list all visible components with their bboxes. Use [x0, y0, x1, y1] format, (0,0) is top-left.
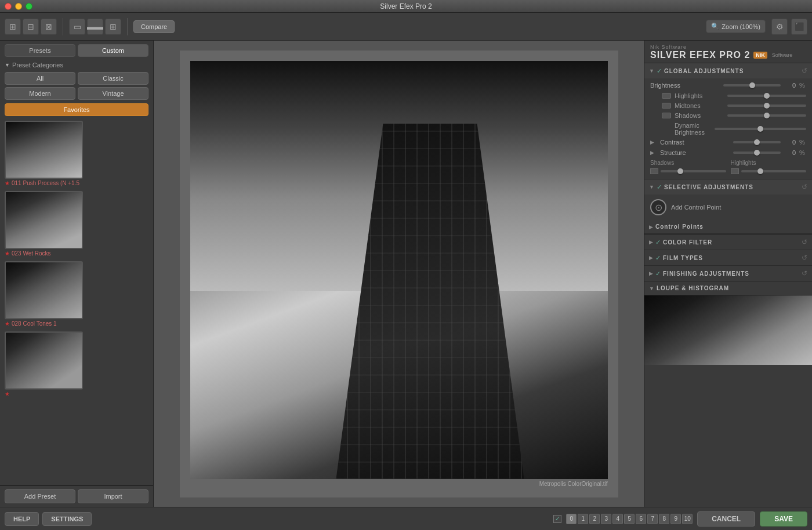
nik-header: Nik Software SILVER EFEX PRO 2 NIK Softw… [644, 41, 812, 63]
import-button[interactable]: Import [78, 489, 148, 503]
grid-icon[interactable]: ⊞ [5, 19, 21, 35]
structure-value: 0 [784, 149, 796, 156]
all-category-btn[interactable]: All [5, 72, 75, 85]
toolbar: ⊞ ⊟ ⊠ ▭ ▬▬ ⊞ Compare 🔍 Zoom (100%) ⚙ ⬛ [0, 13, 812, 41]
layout-icon[interactable]: ⊠ [41, 19, 57, 35]
reset-icon[interactable]: ↺ [802, 269, 807, 277]
selective-adjustments-header[interactable]: ▼ ✓ SELECTIVE ADJUSTMENTS ↺ [644, 179, 812, 194]
midtones-slider[interactable] [727, 104, 806, 107]
reset-icon[interactable]: ↺ [802, 238, 807, 246]
add-control-point-button[interactable]: ⊙ Add Control Point [644, 194, 812, 220]
enable-checkbox[interactable]: ✓ [553, 515, 561, 523]
structure-expand-arrow[interactable]: ▶ [650, 150, 654, 156]
num-tab-2[interactable]: 2 [589, 514, 600, 524]
structure-unit: % [799, 149, 806, 156]
shadows-highlights-structure: Shadows Highlights [650, 160, 806, 174]
modern-category-btn[interactable]: Modern [5, 87, 75, 100]
nik-badge-extra: Software [772, 52, 793, 58]
expand-arrow: ▶ [649, 224, 653, 230]
num-tab-8[interactable]: 8 [659, 514, 669, 524]
shadows-slider[interactable] [727, 114, 806, 117]
minimize-button[interactable] [15, 3, 22, 10]
reset-icon[interactable]: ↺ [802, 183, 807, 191]
check-icon: ✓ [655, 239, 661, 246]
maximize-button[interactable] [26, 3, 32, 10]
global-adjustments-header[interactable]: ▼ ✓ GLOBAL ADJUSTMENTS ↺ [644, 63, 812, 78]
num-tab-3[interactable]: 3 [601, 514, 611, 524]
single-icon[interactable]: ▭ [69, 19, 85, 35]
compare-button[interactable]: Compare [133, 20, 175, 33]
num-tab-4[interactable]: 4 [612, 514, 623, 524]
settings-icon[interactable]: ⚙ [771, 19, 788, 35]
preset-categories-header[interactable]: ▼ Preset Categories [5, 62, 148, 68]
dual-icon[interactable]: ▬▬ [87, 19, 103, 35]
midtones-row: Midtones [662, 102, 806, 109]
contrast-slider[interactable] [733, 141, 781, 143]
highlights-slider[interactable] [727, 95, 806, 97]
expand-arrow: ▶ [649, 239, 653, 245]
reset-icon[interactable]: ↺ [802, 254, 807, 262]
quad-icon[interactable]: ⊞ [105, 19, 121, 35]
close-button[interactable] [5, 3, 12, 10]
search-icon: 🔍 [711, 23, 719, 30]
contrast-expand-arrow[interactable]: ▶ [650, 139, 654, 145]
preset-label: ★ 011 Push Process (N +1.5 [5, 180, 148, 186]
save-button[interactable]: SAVE [760, 511, 807, 527]
highlights-struct-slider[interactable] [741, 170, 807, 172]
custom-tab[interactable]: Custom [78, 44, 148, 57]
finishing-adjustments-section[interactable]: ▶ ✓ FINISHING ADJUSTMENTS ↺ [644, 266, 812, 282]
settings-button[interactable]: SETTINGS [42, 512, 92, 526]
finishing-adjustments-label: FINISHING ADJUSTMENTS [663, 271, 799, 277]
shadows-struct-slider-row [650, 168, 726, 174]
dynamic-brightness-label: Dynamic Brightness [662, 122, 711, 136]
loupe-histogram-header[interactable]: ▼ LOUPE & HISTOGRAM [644, 282, 812, 295]
color-filter-section[interactable]: ▶ ✓ COLOR FILTER ↺ [644, 235, 812, 250]
preset-label: ★ 023 Wet Rocks [5, 250, 148, 257]
export-icon[interactable]: ⬛ [791, 19, 807, 35]
num-tab-5[interactable]: 5 [624, 514, 635, 524]
loupe-preview [644, 295, 812, 365]
window-controls[interactable] [5, 3, 32, 10]
split-icon[interactable]: ⊟ [23, 19, 39, 35]
highlights-struct-col: Highlights [731, 160, 807, 174]
favorites-btn[interactable]: Favorites [5, 103, 148, 116]
list-item[interactable]: ★ 011 Push Process (N +1.5 [5, 121, 148, 186]
vintage-category-btn[interactable]: Vintage [78, 87, 148, 100]
expand-arrow: ▼ [649, 286, 654, 291]
brightness-unit: % [799, 82, 806, 89]
bottom-bar: HELP SETTINGS ✓ 0 1 2 3 4 5 6 7 8 9 10 C… [0, 507, 812, 530]
presets-tab[interactable]: Presets [5, 44, 75, 57]
num-tab-7[interactable]: 7 [647, 514, 658, 524]
num-tab-6[interactable]: 6 [636, 514, 646, 524]
list-item[interactable]: ★ 028 Cool Tones 1 [5, 261, 148, 327]
add-preset-button[interactable]: Add Preset [5, 489, 75, 503]
structure-row: ▶ Structure 0 % [650, 149, 806, 156]
num-tab-0[interactable]: 0 [566, 514, 577, 524]
bottom-left-controls: HELP SETTINGS [5, 512, 92, 526]
dynamic-brightness-slider[interactable] [715, 128, 806, 130]
contrast-value: 0 [784, 139, 796, 146]
film-types-section[interactable]: ▶ ✓ FILM TYPES ↺ [644, 250, 812, 266]
right-panel: Nik Software SILVER EFEX PRO 2 NIK Softw… [644, 41, 812, 507]
num-tab-10[interactable]: 10 [682, 514, 693, 524]
structure-slider[interactable] [733, 152, 781, 154]
list-item[interactable]: ★ [5, 331, 148, 397]
midtones-label: Midtones [675, 102, 724, 109]
global-adjustments-section: ▼ ✓ GLOBAL ADJUSTMENTS ↺ Brightness 0 % [644, 63, 812, 179]
canvas-image[interactable] [190, 61, 608, 479]
reset-icon[interactable]: ↺ [802, 67, 807, 75]
num-tab-1[interactable]: 1 [578, 514, 588, 524]
zoom-display[interactable]: 🔍 Zoom (100%) [706, 20, 766, 33]
classic-category-btn[interactable]: Classic [78, 72, 148, 85]
titlebar: Silver Efex Pro 2 [0, 0, 812, 13]
brightness-slider[interactable] [723, 84, 781, 86]
preset-thumbnail [5, 191, 83, 249]
control-points-row[interactable]: ▶ Control Points [644, 220, 812, 234]
global-adjustments-body: Brightness 0 % Highlights [644, 78, 812, 179]
num-tab-9[interactable]: 9 [670, 514, 681, 524]
preset-label: ★ [5, 391, 148, 397]
list-item[interactable]: ★ 023 Wet Rocks [5, 191, 148, 257]
shadows-struct-slider[interactable] [661, 170, 726, 172]
cancel-button[interactable]: CANCEL [697, 511, 755, 527]
help-button[interactable]: HELP [5, 512, 39, 526]
